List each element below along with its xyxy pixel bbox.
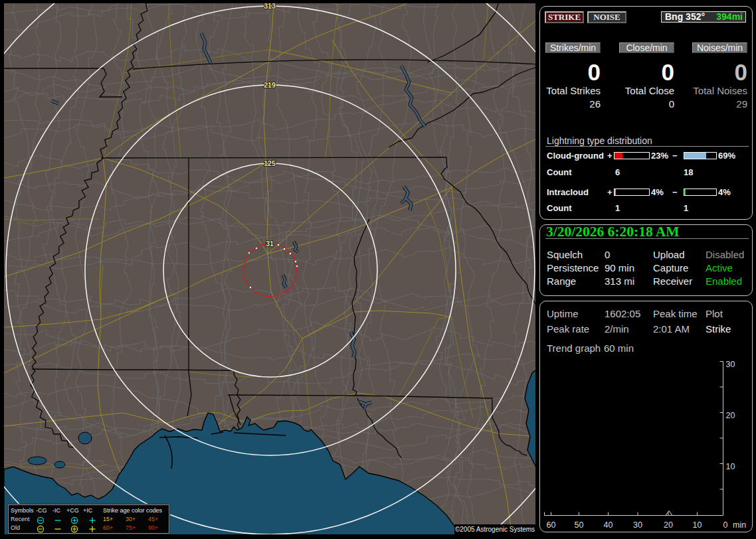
svg-text:20: 20 bbox=[726, 411, 735, 420]
svg-text:0: 0 bbox=[723, 520, 728, 530]
svg-text:125: 125 bbox=[264, 159, 276, 167]
svg-text:20: 20 bbox=[664, 520, 673, 530]
svg-text:10: 10 bbox=[726, 462, 735, 471]
svg-text:313: 313 bbox=[264, 3, 276, 10]
svg-text:30: 30 bbox=[633, 520, 642, 530]
svg-text:10: 10 bbox=[693, 520, 702, 530]
svg-text:219: 219 bbox=[264, 81, 276, 89]
svg-text:min: min bbox=[733, 520, 746, 530]
svg-text:30: 30 bbox=[726, 360, 735, 369]
svg-text:50: 50 bbox=[575, 520, 584, 530]
svg-text:40: 40 bbox=[604, 520, 613, 530]
svg-text:60: 60 bbox=[547, 520, 556, 530]
svg-text:31: 31 bbox=[266, 240, 274, 248]
